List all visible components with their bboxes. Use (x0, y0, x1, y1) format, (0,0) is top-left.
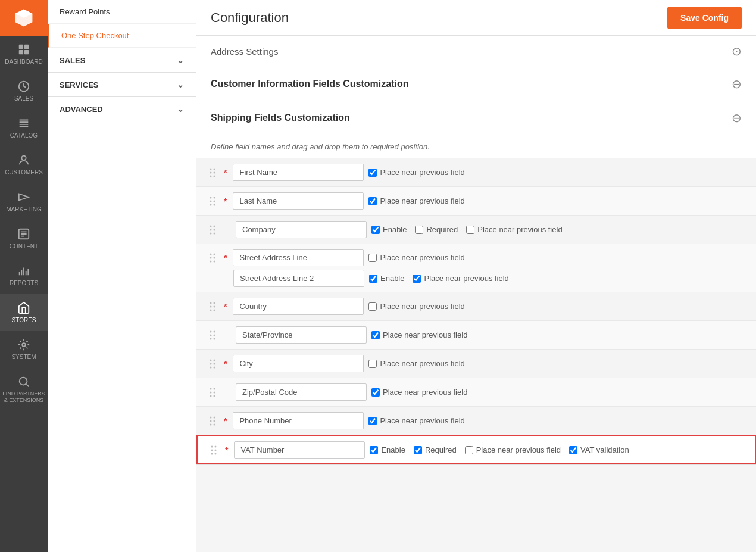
left-nav-section-sales[interactable]: SALES ⌄ (48, 48, 196, 72)
svg-point-35 (210, 305, 212, 307)
left-nav-section-advanced[interactable]: ADVANCED ⌄ (48, 96, 196, 121)
checkbox-place-near-state-province[interactable]: Place near previous field (371, 330, 467, 339)
field-row-last-name: * Place near previous field (196, 187, 756, 216)
checkbox-place-near-street-address-input[interactable] (368, 254, 377, 262)
svg-point-23 (210, 229, 212, 230)
field-input-phone-number[interactable] (233, 412, 364, 429)
required-star-first-name: * (224, 168, 227, 177)
checkbox-enable-company[interactable]: Enable (371, 225, 407, 234)
field-options-last-name: Place near previous field (368, 197, 464, 205)
sidebar-item-content[interactable]: CONTENT (0, 220, 48, 257)
svg-point-52 (214, 388, 215, 389)
field-input-zip-postal[interactable] (236, 383, 367, 401)
advanced-section-label: ADVANCED (60, 105, 103, 114)
field-input-vat-number[interactable] (234, 441, 365, 459)
checkbox-enable-street-address-2-input[interactable] (369, 275, 377, 283)
address-settings-section[interactable]: Address Settings ⊙ (196, 36, 756, 67)
sidebar-marketing-label: MARKETING (6, 206, 41, 213)
checkbox-place-near-zip-postal[interactable]: Place near previous field (371, 388, 467, 397)
sidebar-item-find-partners[interactable]: FIND PARTNERS & EXTENSIONS (0, 368, 48, 411)
field-input-city[interactable] (233, 355, 364, 372)
checkbox-place-near-street-address-2-input[interactable] (413, 275, 421, 283)
svg-point-19 (210, 204, 212, 205)
left-nav-item-reward-points[interactable]: Reward Points (48, 0, 196, 24)
checkbox-place-near-vat-number[interactable]: Place near previous field (465, 445, 561, 454)
svg-point-40 (214, 330, 215, 332)
checkbox-vat-validation-input[interactable] (569, 446, 577, 454)
checkbox-place-near-first-name-input[interactable] (368, 169, 377, 177)
checkbox-enable-vat-number[interactable]: Enable (370, 445, 405, 454)
field-input-last-name[interactable] (233, 192, 364, 210)
address-settings-title: Address Settings (211, 46, 278, 57)
svg-point-36 (214, 305, 215, 307)
svg-point-66 (215, 449, 217, 451)
drag-handle-country[interactable] (206, 301, 219, 313)
drag-handle-first-name[interactable] (206, 167, 219, 179)
svg-point-14 (214, 175, 215, 177)
field-options-street-address: Place near previous field (368, 253, 464, 262)
checkbox-vat-validation[interactable]: VAT validation (569, 445, 629, 454)
checkbox-place-near-zip-postal-input[interactable] (371, 388, 380, 397)
left-nav-section-services[interactable]: SERVICES ⌄ (48, 72, 196, 96)
drag-handle-city[interactable] (206, 358, 219, 370)
checkbox-enable-company-input[interactable] (371, 226, 380, 234)
checkbox-place-near-city-input[interactable] (368, 360, 377, 368)
drag-handle-vat-number[interactable] (207, 444, 220, 456)
shipping-fields-section-header[interactable]: Shipping Fields Customization ⊖ (196, 101, 756, 135)
sidebar-item-dashboard[interactable]: DASHBOARD (0, 36, 48, 73)
logo[interactable] (0, 0, 48, 36)
field-input-first-name[interactable] (233, 164, 364, 181)
checkbox-required-company-input[interactable] (415, 226, 423, 234)
field-input-street-address-2[interactable] (233, 270, 364, 287)
checkbox-place-near-state-province-input[interactable] (371, 331, 380, 339)
field-input-company[interactable] (236, 221, 367, 238)
street-address-row2: Enable Place near previous field (206, 270, 746, 287)
checkbox-required-vat-number[interactable]: Required (414, 445, 457, 454)
sidebar-item-marketing[interactable]: MARKETING (0, 183, 48, 220)
checkbox-place-near-last-name-input[interactable] (368, 197, 377, 205)
checkbox-required-vat-number-input[interactable] (414, 446, 422, 454)
sidebar-item-stores[interactable]: STORES (0, 294, 48, 331)
street-address-row1: * Place near previous field (206, 249, 746, 266)
drag-handle-zip-postal[interactable] (206, 386, 219, 398)
left-nav-item-one-step-checkout[interactable]: One Step Checkout (48, 24, 196, 48)
sidebar-item-catalog[interactable]: CATALOG (0, 110, 48, 146)
sidebar-item-sales[interactable]: SALES (0, 73, 48, 110)
checkbox-enable-street-address-2[interactable]: Enable (369, 274, 404, 283)
checkbox-place-near-company[interactable]: Place near previous field (466, 225, 562, 234)
checkbox-required-company[interactable]: Required (415, 225, 458, 234)
checkbox-place-near-country-input[interactable] (368, 302, 377, 311)
save-config-button[interactable]: Save Config (667, 7, 742, 29)
svg-point-63 (211, 445, 213, 447)
field-row-first-name: * Place near previous field (196, 158, 756, 187)
advanced-chevron-icon: ⌄ (177, 104, 184, 114)
checkbox-place-near-country[interactable]: Place near previous field (368, 302, 464, 311)
checkbox-place-near-vat-number-input[interactable] (465, 446, 473, 454)
checkbox-place-near-company-input[interactable] (466, 226, 474, 234)
field-input-street-address[interactable] (233, 249, 364, 266)
drag-handle-phone-number[interactable] (206, 415, 219, 427)
checkbox-place-near-phone-number-input[interactable] (368, 417, 377, 425)
field-input-country[interactable] (233, 298, 364, 315)
field-options-country: Place near previous field (368, 302, 464, 311)
sidebar-item-customers[interactable]: CUSTOMERS (0, 146, 48, 183)
svg-point-15 (210, 197, 212, 198)
svg-point-25 (210, 232, 212, 234)
drag-handle-state-province[interactable] (206, 329, 219, 341)
drag-handle-company[interactable] (206, 224, 219, 236)
checkbox-place-near-last-name[interactable]: Place near previous field (368, 197, 464, 205)
checkbox-place-near-street-address-2[interactable]: Place near previous field (413, 274, 508, 283)
checkbox-place-near-phone-number[interactable]: Place near previous field (368, 416, 464, 425)
checkbox-place-near-city[interactable]: Place near previous field (368, 359, 464, 368)
svg-point-21 (210, 225, 212, 227)
sidebar-item-reports[interactable]: REPORTS (0, 257, 48, 294)
sidebar-item-system[interactable]: SYSTEM (0, 331, 48, 368)
checkbox-place-near-first-name[interactable]: Place near previous field (368, 168, 464, 177)
drag-handle-street-address[interactable] (206, 252, 219, 264)
drag-handle-last-name[interactable] (206, 195, 219, 207)
checkbox-enable-vat-number-input[interactable] (370, 446, 378, 454)
checkbox-place-near-street-address[interactable]: Place near previous field (368, 253, 464, 262)
svg-point-58 (214, 416, 215, 418)
field-input-state-province[interactable] (236, 326, 367, 344)
customer-info-section-header[interactable]: Customer Information Fields Customizatio… (196, 67, 756, 101)
